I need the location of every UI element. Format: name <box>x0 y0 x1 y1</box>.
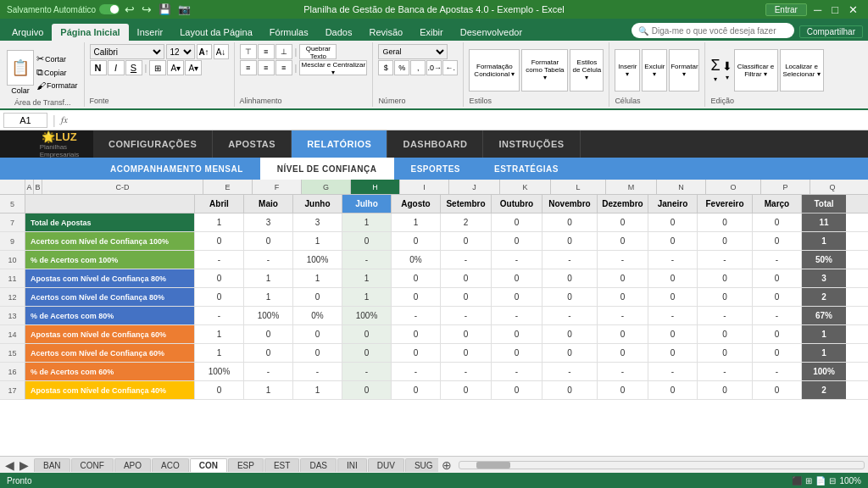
autosave-toggle[interactable] <box>99 4 120 14</box>
number-format-select[interactable]: Geral <box>378 44 448 59</box>
data-cell[interactable]: 0 <box>753 344 802 362</box>
search-input[interactable] <box>652 26 787 36</box>
tab-pagina-inicial[interactable]: Página Inicial <box>52 24 128 41</box>
data-cell[interactable]: 1 <box>293 269 342 287</box>
data-cell[interactable]: 0 <box>753 381 802 399</box>
data-cell[interactable]: 3 <box>293 214 342 231</box>
align-right-button[interactable]: ≡ <box>275 60 292 75</box>
sheet-tab-ban[interactable]: BAN <box>34 458 70 472</box>
data-cell[interactable]: - <box>753 307 802 324</box>
insert-cells-button[interactable]: Inserir ▾ <box>615 49 640 92</box>
sheet-tab-esp[interactable]: ESP <box>228 458 264 472</box>
data-cell[interactable]: 0% <box>293 307 342 324</box>
data-cell[interactable]: 0 <box>492 269 542 287</box>
data-cell[interactable]: - <box>195 251 244 269</box>
data-cell[interactable]: 0 <box>441 288 492 306</box>
sheet-tab-duv[interactable]: DUV <box>368 458 404 472</box>
data-cell[interactable]: - <box>598 307 648 324</box>
nav-instrucoes[interactable]: INSTRUÇÕES <box>483 130 580 158</box>
add-sheet-button[interactable]: ⊕ <box>438 458 455 472</box>
data-cell[interactable]: 0 <box>598 214 648 231</box>
merge-center-button[interactable]: Mesclar e Centralizar ▾ <box>299 60 367 75</box>
classify-filter-button[interactable]: Classificar e Filtrar ▾ <box>734 49 778 92</box>
nav-apostas[interactable]: APOSTAS <box>213 130 292 158</box>
data-cell[interactable]: 1 <box>244 269 293 287</box>
data-cell[interactable]: 0 <box>195 232 244 250</box>
align-center-button[interactable]: ≡ <box>258 60 275 75</box>
data-cell[interactable]: 0 <box>542 232 598 250</box>
fill-button[interactable]: ⬇ ▾ <box>722 59 732 81</box>
data-cell[interactable]: 0 <box>293 288 342 306</box>
data-cell[interactable]: 3 <box>244 214 293 231</box>
undo-icon[interactable]: ↩ <box>125 3 135 16</box>
data-cell[interactable]: 0 <box>698 344 753 362</box>
data-cell[interactable]: - <box>244 363 293 380</box>
data-cell[interactable]: 0 <box>244 344 293 362</box>
data-cell[interactable]: 0 <box>392 381 441 399</box>
data-cell[interactable]: 1 <box>392 214 441 231</box>
data-cell[interactable]: 0 <box>342 381 392 399</box>
increase-decimal-button[interactable]: .0→ <box>426 60 442 75</box>
data-cell[interactable]: - <box>441 363 492 380</box>
data-cell[interactable]: 0 <box>542 214 598 231</box>
data-cell[interactable]: 1 <box>195 214 244 231</box>
data-cell[interactable]: 100% <box>244 307 293 324</box>
data-cell[interactable]: 0 <box>648 214 698 231</box>
data-cell[interactable]: - <box>698 363 753 380</box>
data-cell[interactable]: - <box>293 363 342 380</box>
border-button[interactable]: ⊞ <box>149 60 166 75</box>
data-cell[interactable]: - <box>492 307 542 324</box>
tab-dados[interactable]: Dados <box>317 24 361 41</box>
data-cell[interactable]: 0 <box>195 269 244 287</box>
data-cell[interactable]: 0 <box>542 288 598 306</box>
italic-button[interactable]: I <box>108 60 125 75</box>
cell-styles-button[interactable]: Estilos de Célula ▾ <box>570 49 604 92</box>
data-cell[interactable]: 0 <box>598 344 648 362</box>
data-cell[interactable]: 0 <box>392 325 441 343</box>
redo-icon[interactable]: ↪ <box>142 3 152 16</box>
data-cell[interactable]: - <box>492 363 542 380</box>
formula-input[interactable] <box>71 115 865 125</box>
nav-dashboard[interactable]: DASHBOARD <box>387 130 483 158</box>
formula-fx-button[interactable]: 𝑓𝑥 <box>61 114 68 125</box>
data-cell[interactable]: - <box>392 307 441 324</box>
tab-formulas[interactable]: Fórmulas <box>261 24 317 41</box>
data-cell[interactable]: - <box>753 251 802 269</box>
fill-color-button[interactable]: A▾ <box>167 60 184 75</box>
data-cell[interactable]: 0 <box>244 325 293 343</box>
data-cell[interactable]: 0 <box>598 288 648 306</box>
format-painter-button[interactable]: 🖌Formatar <box>36 80 79 92</box>
data-cell[interactable]: 0 <box>648 232 698 250</box>
data-cell[interactable]: 0 <box>698 232 753 250</box>
data-cell[interactable]: - <box>441 307 492 324</box>
sheet-nav-prev[interactable]: ◀ <box>3 458 16 472</box>
data-cell[interactable]: 2 <box>441 214 492 231</box>
delete-cells-button[interactable]: Excluir ▾ <box>642 49 667 92</box>
data-cell[interactable]: 0 <box>542 269 598 287</box>
data-cell[interactable]: - <box>598 363 648 380</box>
subtab-estrategias[interactable]: ESTRATÉGIAS <box>477 158 576 180</box>
data-cell[interactable]: 0 <box>441 344 492 362</box>
data-cell[interactable]: 0 <box>542 325 598 343</box>
data-cell[interactable]: 1 <box>342 214 392 231</box>
data-cell[interactable]: 0 <box>293 344 342 362</box>
font-size-select[interactable]: 12 <box>166 44 195 59</box>
conditional-format-button[interactable]: Formatação Condicional ▾ <box>469 49 520 92</box>
data-cell[interactable]: - <box>648 251 698 269</box>
minimize-button[interactable]: ─ <box>810 3 825 16</box>
sheet-tab-aco[interactable]: ACO <box>152 458 189 472</box>
wrap-text-button[interactable]: Quebrar Texto Automaticamente <box>299 44 337 59</box>
align-top-button[interactable]: ⊤ <box>240 44 257 59</box>
data-cell[interactable]: 1 <box>244 381 293 399</box>
share-button[interactable]: Compartilhar <box>799 25 863 38</box>
data-cell[interactable]: 0 <box>342 344 392 362</box>
data-cell[interactable]: 0 <box>492 381 542 399</box>
sheet-tab-sug[interactable]: SUG <box>405 458 438 472</box>
data-cell[interactable]: 100% <box>342 307 392 324</box>
data-cell[interactable]: 0 <box>195 381 244 399</box>
data-cell[interactable]: - <box>542 251 598 269</box>
close-button[interactable]: ✕ <box>845 3 861 16</box>
data-cell[interactable]: 0 <box>492 214 542 231</box>
data-cell[interactable]: 1 <box>293 232 342 250</box>
data-cell[interactable]: 0 <box>753 214 802 231</box>
